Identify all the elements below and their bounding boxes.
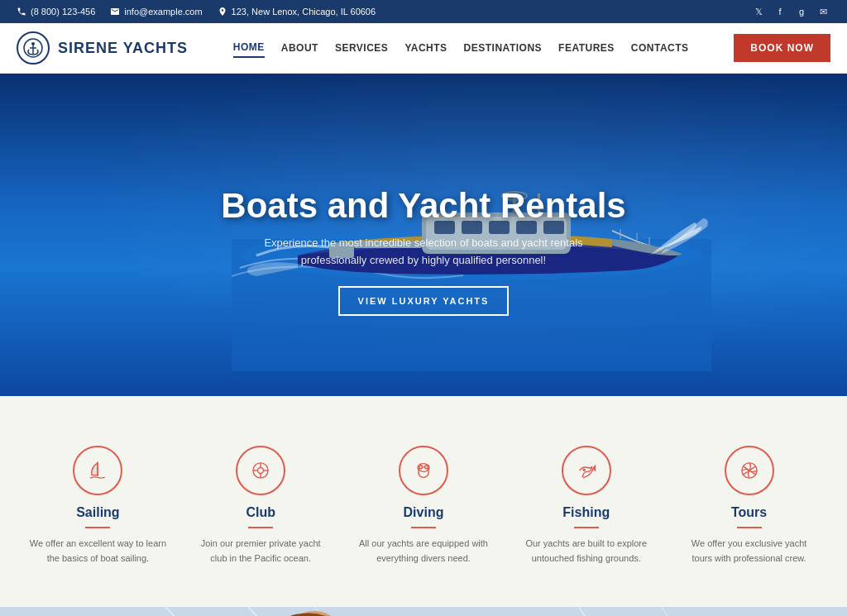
service-fishing: Fishing Our yachts are built to explore … bbox=[505, 429, 668, 582]
diving-title: Diving bbox=[355, 505, 493, 520]
diving-icon bbox=[399, 446, 448, 495]
top-bar: (8 800) 123-456 info@example.com 123, Ne… bbox=[0, 0, 847, 23]
service-sailing: Sailing We offer an excellent way to lea… bbox=[17, 429, 179, 582]
phone-text: (8 800) 123-456 bbox=[31, 7, 95, 17]
sailing-divider bbox=[85, 527, 110, 528]
svg-point-32 bbox=[583, 469, 585, 470]
club-icon bbox=[236, 446, 285, 495]
club-desc: Join our premier private yacht club in t… bbox=[192, 537, 330, 566]
email-social-link[interactable]: ✉ bbox=[816, 4, 830, 19]
club-title: Club bbox=[192, 505, 330, 520]
tours-title: Tours bbox=[680, 505, 818, 520]
sailing-desc: We offer an excellent way to learn the b… bbox=[29, 537, 167, 566]
email-item: info@example.com bbox=[110, 7, 202, 17]
sailing-icon bbox=[73, 446, 122, 495]
services-section: Sailing We offer an excellent way to lea… bbox=[0, 396, 847, 607]
tours-divider bbox=[737, 527, 762, 528]
service-club: Club Join our premier private yacht club… bbox=[179, 429, 342, 582]
phone-icon bbox=[17, 7, 26, 17]
bottom-photo-bg bbox=[0, 607, 847, 616]
top-bar-contacts: (8 800) 123-456 info@example.com 123, Ne… bbox=[17, 7, 376, 17]
svg-point-24 bbox=[258, 468, 264, 474]
fishing-desc: Our yachts are built to explore untouche… bbox=[517, 537, 655, 566]
nav-contacts[interactable]: CONTACTS bbox=[631, 39, 689, 57]
anchor-icon bbox=[22, 37, 44, 59]
logo-text: SIRENE YACHTS bbox=[58, 40, 188, 57]
googleplus-link[interactable]: g bbox=[794, 4, 809, 19]
hero-title: Boats and Yacht Rentals bbox=[221, 187, 625, 225]
hero-subtitle: Experience the most incredible selection… bbox=[250, 235, 597, 270]
service-tours: Tours We offer you exclusive yacht tours… bbox=[668, 429, 830, 582]
diving-desc: All our yachts are equipped with everyth… bbox=[355, 537, 493, 566]
nav-features[interactable]: FEATURES bbox=[558, 39, 615, 57]
service-diving: Diving All our yachts are equipped with … bbox=[342, 429, 505, 582]
facebook-link[interactable]: f bbox=[773, 4, 787, 19]
fishing-title: Fishing bbox=[517, 505, 655, 520]
hero-content: Boats and Yacht Rentals Experience the m… bbox=[221, 187, 625, 316]
nav-about[interactable]: ABOUT bbox=[281, 39, 318, 57]
club-divider bbox=[248, 527, 273, 528]
svg-point-31 bbox=[424, 466, 428, 469]
email-icon bbox=[110, 7, 120, 17]
tours-icon bbox=[725, 446, 774, 495]
header: SIRENE YACHTS HOME ABOUT SERVICES YACHTS… bbox=[0, 23, 847, 74]
svg-point-1 bbox=[31, 42, 35, 45]
main-nav: HOME ABOUT SERVICES YACHTS DESTINATIONS … bbox=[233, 38, 689, 58]
nav-destinations[interactable]: DESTINATIONS bbox=[464, 39, 542, 57]
sailing-title: Sailing bbox=[29, 505, 167, 520]
phone-item: (8 800) 123-456 bbox=[17, 7, 95, 17]
bottom-photo-section bbox=[0, 607, 847, 616]
nav-yachts[interactable]: YACHTS bbox=[404, 39, 447, 57]
email-text: info@example.com bbox=[124, 7, 202, 17]
nav-services[interactable]: SERVICES bbox=[335, 39, 388, 57]
nav-home[interactable]: HOME bbox=[233, 38, 265, 58]
logo: SIRENE YACHTS bbox=[17, 31, 188, 64]
svg-rect-34 bbox=[0, 607, 847, 616]
twitter-link[interactable]: 𝕏 bbox=[751, 4, 766, 19]
location-icon bbox=[218, 7, 227, 17]
logo-icon bbox=[17, 31, 50, 64]
address-item: 123, New Lenox, Chicago, IL 60606 bbox=[218, 7, 376, 17]
hero-cta-button[interactable]: View Luxury Yachts bbox=[338, 286, 510, 316]
tours-desc: We offer you exclusive yacht tours with … bbox=[680, 537, 818, 566]
social-links: 𝕏 f g ✉ bbox=[751, 4, 830, 19]
hero-section: Boats and Yacht Rentals Experience the m… bbox=[0, 74, 847, 396]
address-text: 123, New Lenox, Chicago, IL 60606 bbox=[232, 7, 376, 17]
book-now-button[interactable]: Book Now bbox=[734, 34, 830, 62]
diving-divider bbox=[411, 527, 436, 528]
fishing-icon bbox=[562, 446, 611, 495]
fishing-divider bbox=[574, 527, 599, 528]
svg-point-30 bbox=[419, 466, 422, 469]
